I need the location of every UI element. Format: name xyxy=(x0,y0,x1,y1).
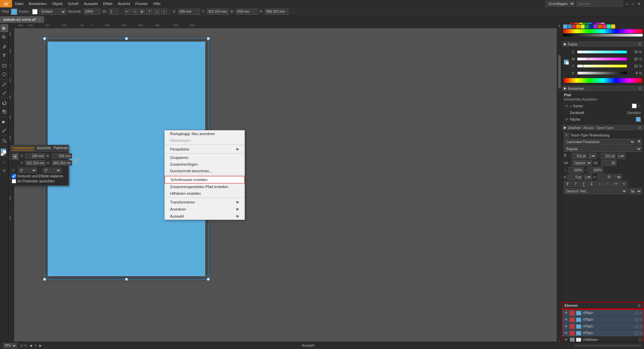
type-tool[interactable]: T xyxy=(0,51,8,59)
underline-btn[interactable]: T xyxy=(580,181,587,187)
align-right-btn[interactable]: ⊞ xyxy=(139,9,145,15)
ebenen-menu-icon[interactable]: ☰ xyxy=(637,303,641,308)
transform-close-btn[interactable]: ✕ xyxy=(77,147,81,151)
tab-transformieren[interactable]: Transformieren xyxy=(12,146,34,151)
menu-auswahl[interactable]: Auswahl xyxy=(81,0,101,7)
menu-hilfe[interactable]: Hilfe xyxy=(151,0,163,7)
kontur-swatch[interactable] xyxy=(32,9,38,15)
handle-tr[interactable] xyxy=(207,37,210,40)
layer-color-2[interactable] xyxy=(570,317,575,322)
ctx-anordnen[interactable]: Anordnen ▶ xyxy=(165,206,245,213)
layer-circle-2[interactable] xyxy=(635,318,638,322)
farbe-menu-icon[interactable]: ☰ xyxy=(637,42,642,47)
color-spectrum[interactable] xyxy=(564,78,642,83)
ctx-undo[interactable]: Rückgängig: Neu anordnen xyxy=(165,130,245,137)
tfm-angle1-select[interactable]: 0° xyxy=(18,168,37,173)
layer-color-3[interactable] xyxy=(570,324,575,329)
handle-bl[interactable] xyxy=(43,278,46,281)
layer-color-1[interactable] xyxy=(570,311,575,315)
font-style-select[interactable]: Regular xyxy=(564,146,642,152)
ellipse-tool[interactable] xyxy=(0,70,8,78)
leading-unit-select[interactable]: pt xyxy=(617,153,625,159)
h-input[interactable] xyxy=(265,9,288,15)
layer-item-5[interactable]: 👁 <Hilfsline> xyxy=(562,337,643,342)
layer-circle-3[interactable] xyxy=(635,325,638,328)
selection-tool[interactable] xyxy=(0,24,8,32)
touch-type-icon[interactable]: T xyxy=(564,132,569,138)
y-slider[interactable] xyxy=(577,65,627,67)
c-slider[interactable] xyxy=(577,51,627,53)
stroke-width-input[interactable] xyxy=(109,9,119,15)
layer-eye-5[interactable]: 👁 xyxy=(564,338,569,342)
scroll-thumb-v[interactable] xyxy=(558,55,561,89)
layer-circle-5[interactable] xyxy=(639,338,642,342)
tab-close-btn[interactable]: ✕ xyxy=(38,18,41,21)
align-center-btn[interactable]: ⊣ xyxy=(131,9,138,15)
swatch-hotpink[interactable] xyxy=(602,24,606,28)
layer-lock-3[interactable]: ⊙ xyxy=(640,325,642,328)
tfm-b-input[interactable] xyxy=(52,153,72,159)
farbe-section-header[interactable]: ▶ Farbe ☰ xyxy=(562,41,644,48)
ctx-group[interactable]: Gruppieren xyxy=(165,154,245,161)
aussehen-flache-color[interactable] xyxy=(636,117,641,122)
menu-schrift[interactable]: Schrift xyxy=(65,0,81,7)
swatch-lightblue[interactable] xyxy=(563,24,567,28)
ctx-durchschnitt[interactable]: Durchschnitt berechnen... xyxy=(165,168,245,174)
align-left-btn[interactable]: ⊢ xyxy=(124,9,130,15)
color-spectrum-bar[interactable] xyxy=(563,29,643,33)
font-search-icon[interactable]: 🔍 xyxy=(637,139,642,145)
layer-color-5[interactable] xyxy=(570,338,575,342)
strikethrough-btn[interactable]: T xyxy=(588,181,595,187)
transform-grid-icon[interactable] xyxy=(12,153,18,160)
layer-eye-1[interactable]: 👁 xyxy=(564,311,569,315)
k-slider[interactable] xyxy=(577,72,627,74)
status-page-arrow-left[interactable]: ◀ xyxy=(30,344,32,347)
aussehen-eye-icon[interactable]: 👁 xyxy=(565,104,569,108)
aussehen-section-header[interactable]: ▶ Aussehen ☰ xyxy=(562,85,644,92)
tab-pathfinder[interactable]: Pathfinde xyxy=(54,146,68,151)
align-bot-btn[interactable]: ⊦ xyxy=(161,9,167,15)
menu-bearbeiten[interactable]: Bearbeiten xyxy=(26,0,49,7)
normal-mode-btn[interactable]: □ xyxy=(1,158,8,166)
swatch-orange2[interactable] xyxy=(576,24,580,28)
tfm-y-input[interactable] xyxy=(25,160,45,166)
tab-ausrichten[interactable]: Ausrichte xyxy=(37,146,51,151)
tfm-checkbox-pixel[interactable] xyxy=(12,179,16,183)
align-top-btn[interactable]: ⊤ xyxy=(146,9,152,15)
paintbrush-tool[interactable] xyxy=(0,80,8,89)
smallcaps-btn[interactable]: Tt xyxy=(620,181,628,187)
aussehen-menu-icon[interactable]: ☰ xyxy=(637,86,642,91)
zeichen-tab3[interactable]: OpenType xyxy=(596,126,613,130)
ctx-redo[interactable]: Wiederholen xyxy=(165,137,245,144)
aussehen-flache-eye[interactable]: 👁 xyxy=(565,118,569,121)
eyedropper-tool[interactable] xyxy=(0,126,8,134)
tfm-checkbox-konturen[interactable] xyxy=(12,174,16,178)
layer-lock-2[interactable]: ⊙ xyxy=(640,318,642,321)
handle-bm[interactable] xyxy=(125,278,128,281)
layer-item-1[interactable]: 👁 <Pfad> ⊙ xyxy=(562,310,643,316)
bold-btn[interactable]: T xyxy=(564,181,571,187)
scale-h-input[interactable] xyxy=(569,167,584,173)
x-input[interactable] xyxy=(178,9,200,15)
swatch-lime[interactable] xyxy=(581,24,585,28)
stroke-style-select[interactable]: Einfach xyxy=(39,9,66,15)
search-input[interactable] xyxy=(576,1,623,7)
rotate-unit[interactable]: ° xyxy=(614,174,622,180)
kerning-select[interactable]: Optisch xyxy=(572,160,592,166)
align-mid-btn[interactable]: ⊥ xyxy=(154,9,160,15)
menu-effekt[interactable]: Effekt xyxy=(100,0,115,7)
pencil-tool[interactable] xyxy=(0,89,8,97)
rotate-input[interactable] xyxy=(597,174,612,180)
aussehen-kontur-edit[interactable]: ✏ xyxy=(638,104,641,108)
zeichen-menu-icon[interactable]: ☰ xyxy=(637,125,642,130)
bw-gradient-bar[interactable] xyxy=(563,34,643,37)
zeichen-tab2[interactable]: Absatz xyxy=(583,126,594,130)
menu-objekt[interactable]: Objekt xyxy=(49,0,65,7)
zeichen-section-header[interactable]: ▶ Zeichen Absatz OpenType ☰ xyxy=(562,124,644,131)
allcaps-btn[interactable]: TT xyxy=(612,181,620,187)
document-tab[interactable]: plakate-a1-vorne.ai* ✕ xyxy=(0,16,45,23)
proportional-lock[interactable]: 🔗 xyxy=(74,153,79,167)
subscript-btn[interactable]: T xyxy=(604,181,611,187)
layer-eye-4[interactable]: 👁 xyxy=(564,331,569,336)
baseline-input[interactable] xyxy=(568,174,583,180)
